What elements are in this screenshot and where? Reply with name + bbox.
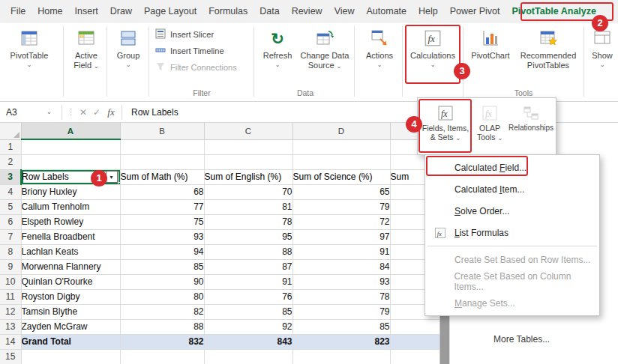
cell[interactable]	[120, 154, 204, 169]
tab-draw[interactable]: Draw	[104, 0, 138, 22]
cell[interactable]: 78	[204, 214, 292, 229]
row-header[interactable]: 15	[0, 349, 21, 364]
tab-data[interactable]: Data	[254, 0, 285, 22]
insert-slicer-button[interactable]: Insert Slicer	[154, 27, 214, 42]
cell[interactable]	[292, 349, 390, 364]
name-box[interactable]: A3	[0, 107, 46, 118]
cell-sum-english-header[interactable]: Sum of English (%)	[204, 169, 292, 184]
row-header[interactable]: 13	[0, 319, 21, 334]
cell[interactable]: 77	[120, 199, 204, 214]
cell[interactable]	[390, 349, 440, 364]
filter-connections-button[interactable]: Filter Connections	[154, 60, 237, 75]
cell[interactable]: Elspeth Rowley	[21, 214, 120, 229]
more-tables-link[interactable]: More Tables...	[494, 334, 550, 345]
cell[interactable]: 85	[120, 259, 204, 274]
cancel-icon[interactable]: ✕	[76, 107, 90, 118]
tab-page-layout[interactable]: Page Layout	[138, 0, 202, 22]
column-header-c[interactable]: C	[204, 123, 292, 139]
cell[interactable]: 85	[204, 304, 292, 319]
cell[interactable]: 92	[204, 319, 292, 334]
relationships-button[interactable]: Relationships	[508, 100, 554, 153]
name-box-chevron-icon[interactable]: ⌄	[46, 109, 58, 115]
cell[interactable]: 84	[292, 259, 390, 274]
tab-formulas[interactable]: Formulas	[202, 0, 254, 22]
menu-item-create-set-row-items[interactable]: Create Set Based on Row Items...	[425, 249, 599, 270]
row-header[interactable]: 4	[0, 184, 21, 199]
tab-power-pivot[interactable]: Power Pivot	[444, 0, 506, 22]
calculations-button[interactable]: fx Calculations ⌄	[406, 25, 460, 94]
cell[interactable]: 94	[120, 244, 204, 259]
enter-icon[interactable]: ✓	[90, 107, 104, 118]
tab-automate[interactable]: Automate	[361, 0, 413, 22]
row-header[interactable]: 12	[0, 304, 21, 319]
row-header[interactable]: 1	[0, 139, 21, 154]
cell[interactable]: 93	[292, 274, 390, 289]
cell[interactable]: 90	[120, 274, 204, 289]
menu-item-create-set-column-items[interactable]: Create Set Based on Column Items...	[425, 270, 599, 292]
cell[interactable]	[21, 349, 120, 364]
cell[interactable]: 91	[204, 274, 292, 289]
cell[interactable]	[292, 139, 390, 154]
cell[interactable]: 80	[120, 289, 204, 304]
menu-item-calculated-item[interactable]: Calculated Item...	[425, 178, 599, 200]
tab-file[interactable]: File	[4, 0, 32, 22]
cell[interactable]	[21, 154, 120, 169]
cell[interactable]	[390, 334, 440, 349]
row-header[interactable]: 8	[0, 244, 21, 259]
cell[interactable]: 95	[204, 229, 292, 244]
cell[interactable]: 91	[292, 244, 390, 259]
menu-item-calculated-field[interactable]: Calculated Field...	[425, 157, 599, 178]
cell[interactable]: 82	[120, 304, 204, 319]
group-button[interactable]: Group ⌄	[111, 25, 146, 94]
cell[interactable]: 65	[292, 184, 390, 199]
row-header[interactable]: 11	[0, 289, 21, 304]
select-all-button[interactable]	[0, 123, 21, 139]
insert-timeline-button[interactable]: Insert Timeline	[154, 43, 224, 58]
cell[interactable]: 97	[292, 229, 390, 244]
cell[interactable]: 88	[204, 244, 292, 259]
cell[interactable]	[292, 154, 390, 169]
cell[interactable]: 68	[120, 184, 204, 199]
fill-handle[interactable]	[118, 182, 121, 185]
tab-insert[interactable]: Insert	[69, 0, 104, 22]
active-field-button[interactable]: Active Field⌄	[68, 25, 105, 94]
cell[interactable]: 79	[292, 304, 390, 319]
formula-bar-content[interactable]: Row Labels	[125, 107, 178, 118]
tab-home[interactable]: Home	[32, 0, 68, 22]
cell-sum-math-header[interactable]: Sum of Math (%)	[120, 169, 204, 184]
pivotchart-button[interactable]: PivotChart	[466, 25, 514, 94]
cell[interactable]: 79	[292, 199, 390, 214]
pivottable-button[interactable]: PivotTable ⌄	[6, 25, 52, 94]
cell[interactable]: 81	[204, 199, 292, 214]
cell[interactable]	[204, 154, 292, 169]
row-header[interactable]: 14	[0, 334, 21, 349]
cell[interactable]: Tamsin Blythe	[21, 304, 120, 319]
menu-item-manage-sets[interactable]: Manage Sets...	[425, 292, 599, 314]
cell[interactable]: 93	[120, 229, 204, 244]
row-header[interactable]: 5	[0, 199, 21, 214]
olap-tools-button[interactable]: fx OLAP Tools⌄	[472, 100, 508, 153]
cell[interactable]: Fenella Broadbent	[21, 229, 120, 244]
tab-view[interactable]: View	[328, 0, 361, 22]
recommended-pivottables-button[interactable]: Recommended PivotTables	[516, 25, 580, 94]
row-header[interactable]: 2	[0, 154, 21, 169]
cell[interactable]: Briony Huxley	[21, 184, 120, 199]
row-header[interactable]: 9	[0, 259, 21, 274]
cell[interactable]: 843	[204, 334, 292, 349]
menu-item-solve-order[interactable]: Solve Order...	[425, 200, 599, 222]
cell[interactable]: Quinlan O'Rourke	[21, 274, 120, 289]
column-header-a[interactable]: A	[21, 123, 120, 139]
show-button[interactable]: Show ⌄	[586, 25, 618, 94]
cell[interactable]: 88	[120, 319, 204, 334]
cell[interactable]	[204, 139, 292, 154]
cell[interactable]: 75	[120, 214, 204, 229]
refresh-button[interactable]: ↻ Refresh ⌄	[260, 25, 296, 94]
row-header[interactable]: 6	[0, 214, 21, 229]
formula-bar-handle-icon[interactable]: ⋮	[67, 107, 75, 117]
cell[interactable]: 87	[204, 259, 292, 274]
cell[interactable]: Zayden McGraw	[21, 319, 120, 334]
fields-items-sets-button[interactable]: fx Fields, Items, & Sets⌄	[419, 100, 472, 153]
cell[interactable]: 85	[292, 319, 390, 334]
menu-item-list-formulas[interactable]: fx List Formulas	[425, 222, 599, 243]
cell[interactable]	[204, 349, 292, 364]
